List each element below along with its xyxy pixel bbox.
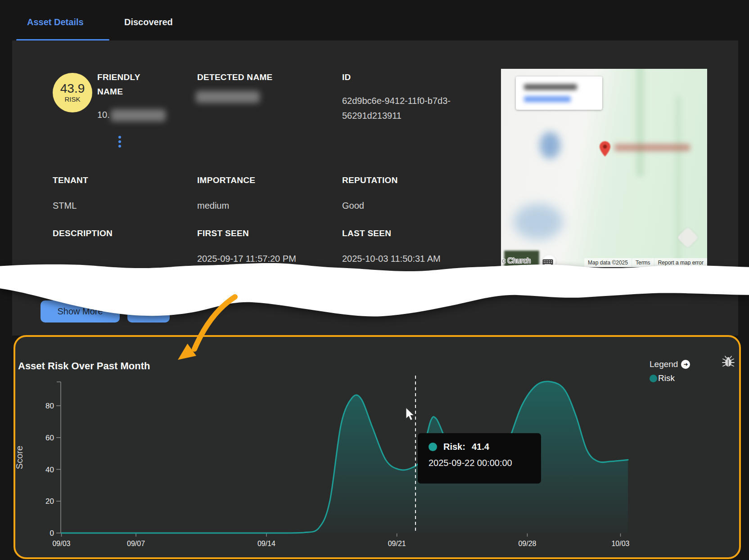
map-terms-link[interactable]: Terms bbox=[632, 258, 654, 267]
chart-tooltip: Risk: 41.4 2025-09-22 00:00:00 bbox=[418, 433, 541, 484]
x-tick-label: 09/07 bbox=[127, 540, 145, 547]
tab-asset-details[interactable]: Asset Details bbox=[27, 17, 84, 27]
id-value: 62d9bc6e-9412-11f0-b7d3-56291d213911 bbox=[342, 94, 455, 123]
redacted-pin-label bbox=[614, 144, 690, 151]
x-tick-label: 09/21 bbox=[388, 540, 406, 547]
tooltip-value: 41.4 bbox=[472, 442, 489, 452]
first-seen-value: 2025-09-17 11:57:20 PM bbox=[197, 252, 296, 265]
tab-bar: Asset Details Discovered bbox=[0, 0, 749, 40]
y-tick-label: 0 bbox=[50, 529, 54, 538]
app-window: Asset Details Discovered 43.9 RISK FRIEN… bbox=[0, 0, 749, 560]
tooltip-series-dot bbox=[429, 443, 437, 451]
reputation-label: REPUTATION bbox=[342, 173, 398, 188]
friendly-name-label: FRIENDLY NAME bbox=[97, 70, 165, 99]
x-tick-label: 09/14 bbox=[257, 540, 275, 547]
friendly-name-value: 10. bbox=[97, 108, 166, 121]
x-tick-label: 10/03 bbox=[611, 540, 629, 547]
importance-label: IMPORTANCE bbox=[197, 173, 255, 188]
risk-score-value: 43.9 bbox=[60, 82, 85, 95]
detected-name-label: DETECTED NAME bbox=[197, 70, 273, 85]
risk-score-unit: RISK bbox=[64, 95, 80, 103]
map-place-label: c Church bbox=[502, 257, 531, 265]
importance-value: medium bbox=[197, 199, 229, 212]
map-lake-blob bbox=[514, 204, 563, 240]
tooltip-timestamp: 2025-09-22 00:00:00 bbox=[429, 458, 530, 468]
map-data-credit: Map data ©2025 bbox=[584, 258, 632, 267]
y-tick-label: 80 bbox=[45, 402, 54, 410]
location-map[interactable]: c Church Map data ©2025 Terms Report a m… bbox=[501, 69, 707, 267]
y-tick-label: 60 bbox=[45, 434, 54, 442]
keyboard-icon[interactable] bbox=[542, 259, 553, 266]
risk-chart-section: Asset Risk Over Past Month Legend ➜ Risk… bbox=[14, 335, 741, 559]
map-marker-blob bbox=[540, 132, 560, 159]
tenant-value: STML bbox=[53, 199, 77, 212]
y-axis-title: Score bbox=[15, 446, 24, 469]
description-label: DESCRIPTION bbox=[53, 226, 113, 241]
x-tick-label: 09/03 bbox=[52, 540, 70, 547]
last-seen-label: LAST SEEN bbox=[342, 226, 391, 241]
tab-discovered[interactable]: Discovered bbox=[124, 17, 173, 27]
last-seen-value: 2025-10-03 11:50:31 AM bbox=[342, 252, 441, 265]
risk-area-fill bbox=[62, 381, 628, 533]
y-tick-label: 20 bbox=[45, 497, 54, 506]
tooltip-series-label: Risk: bbox=[443, 442, 465, 452]
map-pin-icon[interactable] bbox=[599, 141, 611, 157]
tenant-label: TENANT bbox=[53, 173, 88, 188]
map-road-line bbox=[636, 69, 644, 177]
asset-details-panel: 43.9 RISK FRIENDLY NAME 10. DETECTED NAM… bbox=[12, 40, 738, 336]
x-tick-label: 09/28 bbox=[518, 540, 536, 547]
redacted-detected-name bbox=[196, 91, 260, 103]
reputation-value: Good bbox=[342, 199, 364, 212]
secondary-action-button[interactable] bbox=[127, 300, 170, 323]
map-attribution: Map data ©2025 Terms Report a map error bbox=[584, 258, 707, 267]
redacted-map-link bbox=[524, 96, 571, 102]
y-tick-label: 40 bbox=[45, 466, 54, 474]
redacted-friendly-name bbox=[111, 109, 166, 121]
id-label: ID bbox=[342, 70, 351, 85]
risk-area-chart[interactable]: 020406080Score09/0309/0709/1409/2109/281… bbox=[15, 337, 739, 557]
redacted-place-name bbox=[524, 84, 577, 90]
map-info-card[interactable] bbox=[516, 76, 602, 110]
show-more-button[interactable]: Show More bbox=[41, 300, 120, 323]
risk-score-badge: 43.9 RISK bbox=[53, 73, 92, 112]
kebab-menu-button[interactable] bbox=[116, 136, 124, 154]
first-seen-label: FIRST SEEN bbox=[197, 226, 249, 241]
map-report-error-link[interactable]: Report a map error bbox=[654, 258, 707, 267]
